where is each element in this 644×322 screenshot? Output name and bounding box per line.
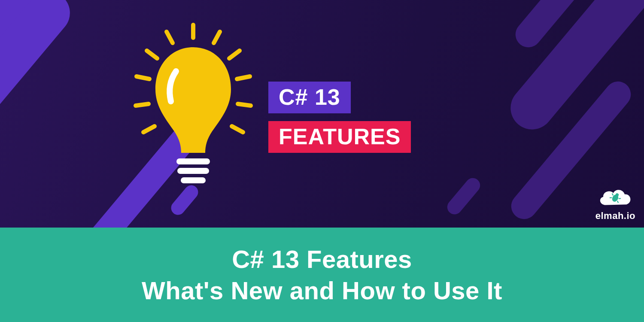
badge-features: FEATURES	[268, 121, 411, 153]
svg-line-10	[232, 126, 243, 132]
svg-line-4	[229, 51, 240, 58]
footer-title-band: C# 13 Features What's New and How to Use…	[0, 228, 644, 322]
cloud-bug-icon	[596, 185, 634, 210]
badge-csharp: C# 13	[268, 82, 351, 113]
svg-line-3	[147, 51, 157, 58]
svg-line-6	[237, 76, 250, 79]
svg-line-2	[214, 32, 220, 43]
logo-text: elmah.io	[595, 210, 635, 222]
title-badges: C# 13 FEATURES	[268, 82, 411, 153]
footer-line-2: What's New and How to Use It	[142, 276, 502, 305]
hero-banner: C# 13 FEATURES elmah.io	[0, 0, 644, 228]
elmah-logo: elmah.io	[595, 185, 635, 222]
svg-line-7	[136, 104, 149, 106]
svg-line-9	[143, 126, 155, 132]
footer-line-1: C# 13 Features	[232, 245, 412, 273]
svg-line-5	[137, 76, 149, 79]
decorative-stripe	[0, 0, 79, 228]
lightbulb-icon	[133, 21, 253, 202]
decorative-stripe	[444, 175, 483, 217]
svg-line-8	[238, 104, 251, 106]
svg-line-1	[167, 32, 173, 43]
